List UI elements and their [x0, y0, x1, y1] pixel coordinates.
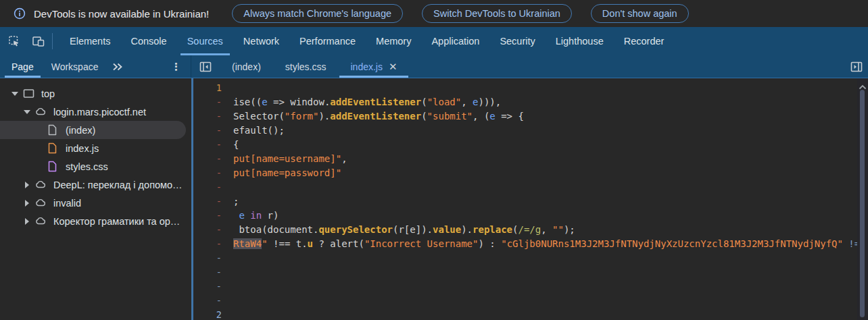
tree-item-label: index.js: [66, 143, 99, 154]
sources-toolbar: PageWorkspace ⋮ (index)styles.cssindex.j…: [0, 55, 868, 78]
tree-item-login.mars.picoctf.net[interactable]: login.mars.picoctf.net: [0, 103, 191, 121]
chevron-expanded-icon[interactable]: [22, 110, 32, 114]
tree-item-label: styles.css: [66, 161, 108, 172]
code-editor[interactable]: 1-ise((e => window.addEventListener("loa…: [193, 78, 857, 320]
infobar-button-1[interactable]: Switch DevTools to Ukrainian: [422, 4, 572, 23]
code-token-def: e: [262, 97, 267, 107]
code-token-plain: !== t.: [268, 238, 308, 249]
code-token-match: RtaW4: [233, 238, 262, 249]
code-row: -: [193, 279, 857, 293]
cloud-icon: [35, 215, 47, 227]
infobar-button-2[interactable]: Don't show again: [591, 4, 689, 23]
file-tab-styles.css[interactable]: styles.css: [273, 55, 339, 78]
infobar-button-0[interactable]: Always match Chrome's language: [232, 4, 403, 23]
code-token-prop: querySelector: [318, 224, 393, 235]
file-tab-index.js[interactable]: index.js✕: [338, 55, 409, 78]
doc-icon: [47, 124, 59, 136]
line-gutter: -: [193, 182, 222, 192]
tree-item-invalid[interactable]: invalid: [0, 194, 191, 212]
three-dot-menu-icon[interactable]: ⋮: [171, 55, 181, 78]
tree-item-deepl[interactable]: DeepL: переклад і допомо…: [0, 176, 191, 194]
line-gutter: -: [193, 252, 222, 263]
tab-recorder[interactable]: Recorder: [614, 27, 675, 55]
devtools-language-infobar: DevTools is now available in Ukrainian! …: [0, 0, 868, 27]
tab-console[interactable]: Console: [120, 27, 176, 55]
tree-item-styles.css[interactable]: styles.css: [0, 157, 191, 176]
code-token-plain: Selector(: [233, 111, 285, 122]
code-row: 2: [193, 307, 857, 320]
tree-item-top[interactable]: top: [0, 84, 191, 103]
navigator-tab-workspace[interactable]: Workspace: [43, 55, 107, 78]
code-row: -: [193, 265, 857, 279]
code-token-plain: (r[e]).: [393, 224, 433, 235]
code-token-plain: efault();: [233, 125, 285, 136]
tab-application[interactable]: Application: [421, 27, 489, 55]
info-icon: [14, 7, 26, 20]
tab-lighthouse[interactable]: Lighthouse: [546, 27, 614, 55]
code-token-string: "submit": [427, 111, 473, 122]
code-line: e in r): [222, 210, 279, 221]
line-gutter: -: [193, 167, 222, 178]
line-gutter: -: [193, 267, 222, 277]
file-tab-label: styles.css: [285, 61, 327, 72]
navigator-tab-page[interactable]: Page: [3, 55, 43, 78]
line-gutter: -: [193, 125, 222, 136]
code-row: - btoa(document.querySelector(r[e]).valu…: [193, 222, 857, 236]
code-token-plain: ,: [341, 153, 347, 164]
code-token-string: put[name=password]": [233, 167, 341, 178]
line-gutter: 2: [193, 309, 222, 320]
code-token-def: e: [489, 111, 495, 122]
line-gutter: -: [193, 210, 222, 221]
device-toolbar-icon[interactable]: [32, 35, 45, 48]
code-row: -{: [193, 137, 857, 151]
editor-scrollbar[interactable]: [857, 78, 868, 320]
tree-item-index.js[interactable]: index.js: [0, 139, 191, 157]
code-row: -: [193, 293, 857, 307]
tree-item-index[interactable]: (index): [0, 121, 186, 139]
code-token-plain: ).: [318, 111, 330, 122]
chevron-collapsed-icon[interactable]: [22, 218, 32, 225]
cloud-icon: [35, 197, 47, 209]
sources-panel: toplogin.mars.picoctf.net(index)index.js…: [0, 78, 868, 320]
tree-item-label: login.mars.picoctf.net: [53, 107, 146, 117]
code-row: -;: [193, 194, 857, 208]
tab-elements[interactable]: Elements: [59, 27, 120, 55]
chevron-collapsed-icon[interactable]: [22, 182, 32, 188]
code-row: - e in r): [193, 208, 857, 222]
chevron-collapsed-icon[interactable]: [22, 200, 32, 207]
dock-right-icon[interactable]: [842, 55, 868, 78]
code-token-fade: !==: [843, 238, 857, 249]
line-gutter: -: [193, 281, 222, 292]
line-gutter: -: [193, 295, 222, 306]
code-token-prop: replace: [473, 224, 512, 235]
tree-item-label: Коректор граматики та ор…: [53, 216, 180, 227]
tab-network[interactable]: Network: [233, 27, 289, 55]
code-token-def: e: [473, 97, 478, 107]
tab-memory[interactable]: Memory: [366, 27, 421, 55]
tab-sources[interactable]: Sources: [177, 27, 233, 55]
close-icon[interactable]: ✕: [389, 61, 397, 72]
file-tab-index[interactable]: (index): [220, 55, 273, 78]
chevron-expanded-icon[interactable]: [9, 92, 20, 96]
tab-performance[interactable]: Performance: [289, 27, 366, 55]
code-token-plain: ).: [461, 224, 473, 235]
code-line: {: [222, 139, 239, 150]
code-token-string: "cGljb0NURns1M3J2M3JfNTNydjNyXzUzcnYzcl8…: [501, 238, 843, 249]
code-token-plain: (: [421, 111, 427, 122]
code-token-plain: );: [564, 224, 575, 235]
code-row: -efault();: [193, 123, 857, 137]
scrollbar-thumb[interactable]: [860, 90, 865, 317]
double-chevron-icon[interactable]: [107, 55, 128, 78]
line-gutter: -: [193, 139, 222, 150]
line-gutter: -: [193, 238, 222, 249]
code-line: Selector("form").addEventListener("submi…: [222, 111, 524, 122]
main-toolbar: ElementsConsoleSourcesNetworkPerformance…: [0, 27, 868, 55]
dock-left-icon[interactable]: [191, 55, 220, 78]
tree-item-коректор[interactable]: Коректор граматики та ор…: [0, 212, 191, 230]
code-token-plain: r): [262, 210, 279, 221]
tree-item-label: top: [41, 88, 55, 99]
navigator-tabbar: PageWorkspace ⋮: [0, 55, 191, 78]
tab-security[interactable]: Security: [489, 27, 545, 55]
code-token-plain: btoa(document.: [233, 224, 318, 235]
inspect-icon[interactable]: [8, 35, 21, 48]
